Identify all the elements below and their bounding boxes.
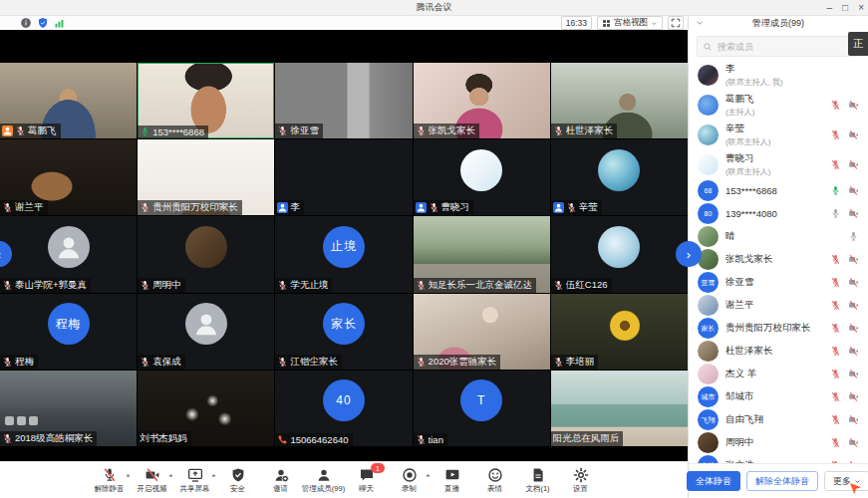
video-tile[interactable]: 杜世泽家长 <box>551 63 688 138</box>
member-mic-muted-icon[interactable] <box>830 369 841 379</box>
member-camera-off-icon[interactable] <box>848 369 859 379</box>
member-list[interactable]: 李(联席主持人, 我)葛鹏飞(主持人)辛莹(联席主持人)曹晓习(联席主持人)68… <box>689 60 868 463</box>
member-row[interactable]: 张凯戈家长 <box>689 248 868 271</box>
member-mic-muted-icon[interactable] <box>830 323 841 334</box>
toolbar-item-docs[interactable]: 文档(1) <box>516 466 559 494</box>
maximize-button[interactable]: □ <box>842 0 848 15</box>
member-search[interactable] <box>697 36 860 57</box>
video-tile[interactable]: 伍红C126 <box>551 216 688 292</box>
member-mic-muted-icon[interactable] <box>830 159 841 170</box>
video-tile[interactable]: 谢兰平 <box>0 139 137 215</box>
member-camera-off-icon[interactable] <box>848 346 859 357</box>
fullscreen-button[interactable] <box>668 16 684 30</box>
video-tile[interactable]: 徐亚雪 <box>275 63 412 138</box>
member-row[interactable]: 葛鹏飞(主持人) <box>689 90 868 120</box>
member-row[interactable]: 亚雪徐亚雪 <box>689 271 868 294</box>
video-tile[interactable]: 2020张雲驰家长 <box>414 294 550 370</box>
toolbar-item-record[interactable]: 录制 <box>388 466 431 494</box>
video-tile[interactable]: 阳光总在风雨后 <box>551 371 688 446</box>
next-page-arrow-icon[interactable]: › <box>676 241 702 267</box>
toolbar-item-emoji[interactable]: 表情 <box>473 466 516 494</box>
video-tile[interactable]: 4015066462640 <box>275 371 412 446</box>
member-row[interactable]: 周明中 <box>689 431 868 454</box>
participant-name: 辛莹 <box>579 201 598 214</box>
video-tile[interactable]: 贵州贵阳万校印家长 <box>138 139 274 215</box>
member-mic-muted-icon[interactable] <box>830 129 841 140</box>
member-mic-muted-icon[interactable] <box>830 346 841 357</box>
member-row[interactable]: 曹晓习(联席主持人) <box>689 149 868 179</box>
unmute-all-button[interactable]: 解除全体静音 <box>746 471 818 491</box>
view-mode-button[interactable]: 宫格视图 <box>597 16 663 30</box>
video-tile[interactable]: 辛莹 <box>551 139 688 215</box>
member-camera-off-icon[interactable] <box>848 277 859 288</box>
video-tile[interactable]: 知足长乐一北京金诚亿达 <box>414 216 550 292</box>
member-camera-off-icon[interactable] <box>848 100 859 111</box>
video-tile[interactable]: Ttian <box>414 371 550 446</box>
member-mic-muted-icon[interactable] <box>830 254 841 265</box>
member-mic-muted-icon[interactable] <box>830 414 841 425</box>
video-tile[interactable]: 刘书杰妈妈 <box>138 371 274 446</box>
member-mic-muted-icon[interactable] <box>830 437 841 448</box>
video-tile[interactable]: 程梅程梅 <box>0 294 137 370</box>
member-mic-icon[interactable] <box>848 231 859 242</box>
member-camera-off-icon[interactable] <box>848 437 859 448</box>
video-tile[interactable]: 李 <box>275 139 412 215</box>
meeting-info-icon[interactable] <box>20 17 32 29</box>
member-row[interactable]: 80139****4080 <box>689 202 868 225</box>
member-mic-active-icon[interactable] <box>830 185 841 196</box>
member-row[interactable]: 杜世泽家长 <box>689 340 868 363</box>
toolbar-item-members[interactable]: 管理成员(99) <box>302 466 345 494</box>
security-shield-icon[interactable] <box>37 17 49 29</box>
member-row[interactable]: 68153****6868 <box>689 179 868 202</box>
video-tile[interactable]: 曹晓习 <box>414 139 550 215</box>
member-camera-off-icon[interactable] <box>848 323 859 334</box>
member-row[interactable]: 杰义 羊 <box>689 363 868 385</box>
member-row[interactable]: 家长贵州贵阳万校印家长 <box>689 317 868 340</box>
video-tile[interactable]: 李培丽 <box>551 294 688 370</box>
member-mic-muted-icon[interactable] <box>830 391 841 402</box>
mute-all-button[interactable]: 全体静音 <box>687 471 740 491</box>
member-row[interactable]: 飞翔自由飞翔 <box>689 408 868 431</box>
member-camera-off-icon[interactable] <box>848 129 859 140</box>
close-button[interactable]: × <box>858 0 864 15</box>
minimize-button[interactable]: – <box>827 0 833 15</box>
video-tile[interactable]: 葛鹏飞 <box>0 63 137 138</box>
toolbar-item-share[interactable]: 共享屏幕 <box>173 466 216 494</box>
member-row[interactable]: 晴 <box>689 225 868 248</box>
member-camera-off-icon[interactable] <box>848 159 859 170</box>
member-camera-off-icon[interactable] <box>848 185 859 196</box>
member-mic-muted-icon[interactable] <box>830 100 841 111</box>
toolbar-item-camera[interactable]: 开启视频 <box>131 466 173 494</box>
member-mic-muted-icon[interactable] <box>830 277 841 288</box>
search-input[interactable] <box>716 41 839 53</box>
member-mic-muted-icon[interactable] <box>830 300 841 311</box>
video-tile[interactable]: 2018级高皓桐家长 <box>0 371 137 446</box>
video-tile[interactable]: 周明中 <box>138 216 274 292</box>
member-mic-icon[interactable] <box>830 208 841 219</box>
member-camera-off-icon[interactable] <box>848 414 859 425</box>
video-tile[interactable]: 止境学无止境 <box>275 216 412 292</box>
member-camera-off-icon[interactable] <box>848 254 859 265</box>
toolbar-item-chat[interactable]: 1聊天 <box>345 466 388 494</box>
video-tile[interactable]: 153****6868 <box>138 63 274 138</box>
member-camera-off-icon[interactable] <box>848 391 859 402</box>
toolbar-item-settings[interactable]: 设置 <box>559 466 602 494</box>
mic-muted-icon <box>277 280 288 291</box>
member-camera-off-icon[interactable] <box>848 208 859 219</box>
toolbar-item-invite[interactable]: 邀请 <box>259 466 302 494</box>
member-row[interactable]: 李(联席主持人, 我) <box>689 60 868 90</box>
video-tile[interactable]: 泰山学院+郭曼真 <box>0 216 137 292</box>
collapse-chevron-icon[interactable] <box>695 18 705 28</box>
toolbar-item-mic[interactable]: 解除静音 <box>88 466 131 494</box>
member-row[interactable]: 城市邹城市 <box>689 385 868 408</box>
member-row[interactable]: 文浩张文浩 <box>689 454 868 463</box>
member-camera-off-icon[interactable] <box>848 300 859 311</box>
video-tile[interactable]: 张凯戈家长 <box>414 63 550 138</box>
toolbar-item-live[interactable]: 直播 <box>431 466 473 494</box>
member-row[interactable]: 谢兰平 <box>689 294 868 317</box>
member-row[interactable]: 辛莹(联席主持人) <box>689 120 868 149</box>
toolbar-item-security[interactable]: 安全 <box>216 466 259 494</box>
video-tile[interactable]: 家长江锴尘家长 <box>275 294 412 370</box>
video-tile[interactable]: 袁保成 <box>138 294 274 370</box>
mic-muted-icon <box>2 357 13 368</box>
